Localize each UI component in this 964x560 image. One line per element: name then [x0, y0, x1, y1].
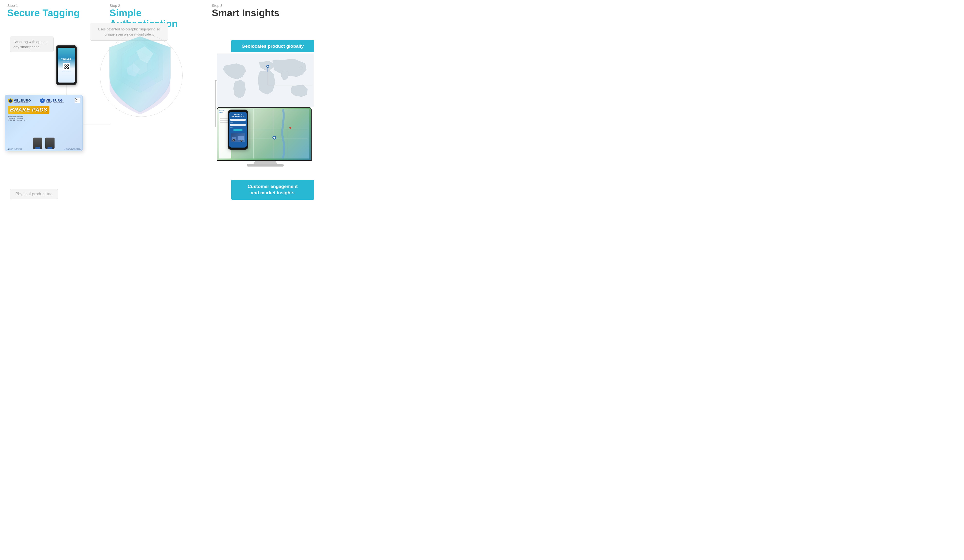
box-qr-tag: [75, 98, 80, 103]
svg-point-27: [290, 127, 291, 129]
svg-point-31: [233, 140, 234, 141]
geo-banner: Geolocates product globally: [231, 40, 314, 52]
name-label: NAME: [230, 122, 233, 123]
brake-icon-right: [45, 138, 55, 149]
monitor-base: [247, 164, 283, 166]
step3-block: Step 3 Smart Insights: [212, 3, 314, 29]
smartphone-mock: VELBURG Premium Quality Parts Scan to au…: [56, 45, 77, 85]
monitor-stand: [253, 161, 277, 164]
step3-label: Step 3: [212, 3, 314, 8]
velburg-logo-right: VELBURG Premium Quality Auto Parts: [40, 98, 64, 104]
quality-guarantee-left: ★ QUALITY GUARANTEED ★: [7, 148, 23, 150]
phone-qr-code: [63, 63, 70, 70]
shield-container: [98, 32, 185, 134]
world-map: [217, 54, 314, 107]
product-image: [231, 133, 245, 142]
velburg-shield-icon-right: [40, 98, 45, 104]
main-container: Step 1 Secure Tagging Step 2 Simple Auth…: [0, 0, 321, 209]
step1-title: Secure Tagging: [7, 8, 109, 18]
brake-icon-left: [33, 138, 42, 149]
email-label: EMAIL: [230, 127, 233, 128]
quality-guarantee-right: ★ QUALITY GUARANTEED ★: [64, 148, 81, 150]
world-map-svg: [217, 54, 314, 107]
box-bottom-icons: [33, 138, 55, 149]
brake-pads-title: BRAKE PADS: [8, 106, 49, 114]
svg-point-33: [241, 140, 242, 141]
registration-phone: PRODUCT REGISTRATION NAME EMAIL: [228, 109, 248, 150]
email-field[interactable]: [230, 124, 246, 126]
svg-rect-29: [238, 136, 244, 140]
authentic-vision-label: Authentic Vision: [219, 110, 225, 113]
step3-title: Smart Insights: [212, 8, 314, 18]
phone-brand-label: VELBURG: [61, 58, 71, 60]
box-top-row: VELBURG Premium Quality Parts VELBURG Pr…: [8, 98, 64, 104]
velburg-brand-right: VELBURG Premium Quality Auto Parts: [46, 99, 64, 103]
velburg-brand-left: VELBURG Premium Quality Parts: [14, 99, 31, 103]
signup-button[interactable]: [233, 129, 243, 131]
velburg-logo-left: VELBURG Premium Quality Parts: [8, 98, 31, 104]
svg-point-16: [267, 66, 269, 67]
phone-scan-hint: Scan to authenticate: [62, 71, 71, 72]
smartphone-screen: VELBURG Premium Quality Parts Scan to au…: [58, 48, 75, 83]
step2-label: Step 2: [109, 3, 212, 8]
physical-tag-label: Physical product tag: [10, 189, 58, 199]
product-reg-title: PRODUCT REGISTRATION: [231, 114, 244, 118]
velburg-shield-icon-left: [8, 98, 13, 104]
engagement-banner: Customer engagement and market insights: [231, 180, 314, 200]
product-box: VELBURG Premium Quality Parts VELBURG Pr…: [5, 95, 83, 151]
phone-subtitle: Premium Quality Parts: [61, 60, 71, 62]
name-field[interactable]: [230, 119, 246, 121]
parts-svg: [231, 133, 245, 142]
reg-phone-screen: PRODUCT REGISTRATION NAME EMAIL: [229, 112, 247, 148]
step1-label: Step 1: [7, 3, 109, 8]
box-description: Wechselstromgenerator Alternador • Alter…: [8, 115, 27, 121]
scan-callout: Scan tag with app on any smartphone: [10, 36, 54, 52]
svg-point-26: [274, 137, 275, 138]
shield-svg: [102, 32, 178, 122]
